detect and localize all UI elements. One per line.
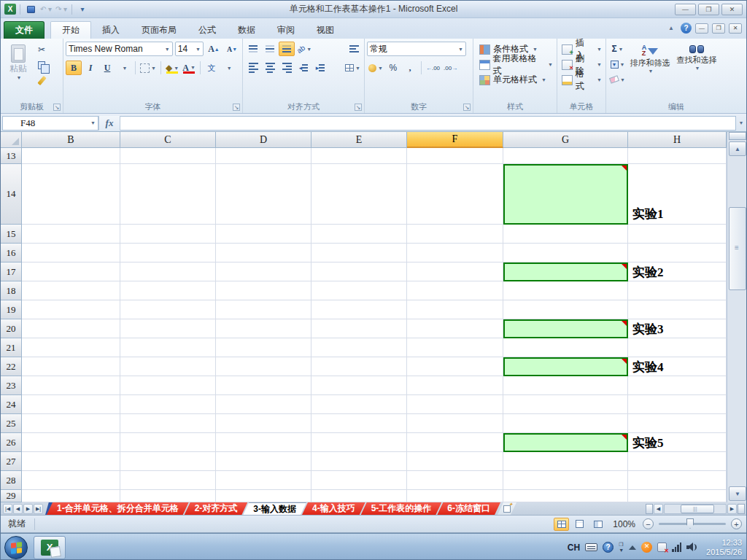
scroll-down-button[interactable]: ▼ — [729, 486, 746, 501]
insert-function-button[interactable]: fx — [98, 116, 120, 131]
split-handle[interactable] — [646, 504, 653, 514]
experiment-cell-3[interactable] — [503, 319, 628, 338]
sheet-tab-1-合并单元格、拆分合并单元格[interactable]: 1-合并单元格、拆分合并单元格 — [47, 502, 189, 515]
experiment-label-1[interactable]: 实验1 — [630, 164, 729, 225]
row-header-21[interactable]: 21 — [1, 338, 22, 357]
row-header-24[interactable]: 24 — [1, 395, 22, 414]
align-left-button[interactable] — [245, 61, 261, 75]
security-tray-icon[interactable] — [641, 542, 652, 553]
expand-formula-bar-button[interactable]: ▼ — [736, 116, 746, 131]
scroll-up-button[interactable]: ▲ — [729, 141, 746, 156]
column-header-B[interactable]: B — [22, 132, 120, 148]
last-sheet-button[interactable]: ▶| — [34, 504, 43, 514]
clipboard-dialog-launcher[interactable]: ↘ — [53, 104, 61, 111]
ribbon-tab-页面布局[interactable]: 页面布局 — [131, 21, 187, 39]
phonetic-guide-button[interactable]: 文 — [204, 61, 220, 75]
column-header-C[interactable]: C — [120, 132, 216, 148]
zoom-in-button[interactable]: + — [731, 518, 742, 529]
decrease-decimal-button[interactable]: .00→ — [442, 61, 459, 75]
tray-help-icon[interactable]: ? — [603, 542, 614, 553]
row-header-17[interactable]: 17 — [1, 262, 22, 281]
start-button[interactable] — [4, 536, 28, 559]
horizontal-scroll-track[interactable] — [664, 504, 727, 514]
name-box[interactable]: F48 ▼ — [2, 116, 98, 131]
underline-button[interactable]: U — [99, 61, 115, 75]
grow-font-button[interactable]: A▲ — [206, 42, 222, 56]
sheet-tab-2-对齐方式[interactable]: 2-对齐方式 — [185, 502, 248, 515]
align-bottom-button[interactable] — [279, 42, 295, 56]
align-top-button[interactable] — [245, 42, 261, 56]
format-cells-button[interactable]: 格式▼ — [560, 72, 603, 88]
save-button[interactable] — [24, 4, 37, 15]
column-header-G[interactable]: G — [503, 132, 628, 148]
font-dialog-launcher[interactable]: ↘ — [233, 104, 240, 111]
phonetic-dropdown[interactable]: ▼ — [220, 61, 236, 75]
paste-button[interactable]: 粘贴 ▼ — [3, 42, 34, 101]
number-dialog-launcher[interactable]: ↘ — [463, 104, 471, 111]
column-header-H[interactable]: H — [628, 132, 727, 148]
zoom-level[interactable]: 100% — [608, 519, 640, 529]
percent-button[interactable]: % — [385, 61, 401, 75]
workbook-restore-button[interactable]: ❐ — [712, 23, 725, 34]
split-handle[interactable] — [729, 132, 746, 140]
split-handle[interactable] — [738, 504, 745, 514]
zoom-slider[interactable] — [659, 523, 726, 525]
row-header-25[interactable]: 25 — [1, 414, 22, 433]
help-icon[interactable]: ? — [681, 23, 692, 34]
workbook-minimize-button[interactable]: — — [695, 23, 708, 34]
ribbon-tab-文件[interactable]: 文件 — [4, 21, 44, 39]
select-all-corner[interactable] — [1, 132, 22, 148]
collapse-ribbon-icon[interactable]: ▲ — [665, 23, 677, 34]
align-middle-button[interactable] — [262, 42, 278, 56]
taskbar-excel-button[interactable]: X — [34, 536, 66, 559]
cut-button[interactable]: ✂ — [34, 42, 50, 57]
font-size-combo[interactable]: 14▼ — [175, 42, 204, 56]
font-color-button[interactable]: A▼ — [181, 61, 197, 75]
excel-app-icon[interactable]: X — [4, 4, 16, 15]
first-sheet-button[interactable]: |◀ — [3, 504, 12, 514]
minimize-button[interactable]: — — [675, 4, 696, 15]
volume-icon[interactable] — [686, 542, 697, 552]
page-break-view-button[interactable] — [590, 518, 605, 531]
language-indicator[interactable]: CH — [568, 542, 580, 553]
experiment-cell-4[interactable] — [503, 357, 628, 376]
ribbon-tab-审阅[interactable]: 审阅 — [266, 21, 306, 39]
row-header-26[interactable]: 26 — [1, 433, 22, 452]
experiment-cell-5[interactable] — [503, 433, 628, 452]
autosum-button[interactable]: Σ▼ — [608, 42, 627, 56]
align-center-button[interactable] — [262, 61, 278, 75]
scroll-right-button[interactable]: ▶ — [727, 504, 737, 514]
clear-button[interactable]: ▼ — [608, 72, 627, 87]
sheet-tab-5-工作表的操作[interactable]: 5-工作表的操作 — [361, 502, 442, 515]
row-header-19[interactable]: 19 — [1, 300, 22, 319]
row-header-20[interactable]: 20 — [1, 319, 22, 338]
copy-button[interactable] — [34, 58, 50, 72]
format-painter-button[interactable] — [34, 73, 50, 88]
vertical-scrollbar[interactable]: ▲ ▼ — [727, 132, 747, 502]
bold-button[interactable]: B — [66, 61, 82, 75]
row-header-29[interactable]: 29 — [1, 490, 22, 502]
ribbon-tab-插入[interactable]: 插入 — [91, 21, 131, 39]
redo-button[interactable]: ↷ ▾ — [55, 4, 68, 15]
italic-button[interactable]: I — [82, 61, 98, 75]
sort-filter-button[interactable]: AZ 排序和筛选▼ — [627, 42, 673, 101]
number-format-combo[interactable]: 常规▼ — [367, 42, 466, 56]
vertical-scroll-thumb[interactable] — [729, 207, 746, 290]
ribbon-tab-视图[interactable]: 视图 — [306, 21, 345, 39]
row-header-13[interactable]: 13 — [1, 148, 22, 164]
row-header-14[interactable]: 14 — [1, 164, 22, 225]
row-header-27[interactable]: 27 — [1, 452, 22, 471]
underline-dropdown[interactable]: ▼ — [116, 61, 132, 75]
restore-button[interactable]: ❐ — [698, 4, 719, 15]
orientation-button[interactable]: ab▼ — [295, 42, 313, 56]
close-button[interactable]: ✕ — [721, 4, 743, 15]
sheet-tab-3-输入数据[interactable]: 3-输入数据 — [243, 502, 306, 515]
row-header-22[interactable]: 22 — [1, 357, 22, 376]
experiment-label-5[interactable]: 实验5 — [630, 433, 729, 452]
next-sheet-button[interactable]: ▶ — [23, 504, 33, 514]
fill-color-button[interactable]: ◆▼ — [164, 61, 180, 75]
formula-input[interactable] — [120, 116, 736, 131]
increase-indent-button[interactable]: ▸ — [312, 61, 328, 75]
experiment-label-2[interactable]: 实验2 — [630, 262, 729, 281]
column-header-F[interactable]: F — [407, 132, 503, 148]
